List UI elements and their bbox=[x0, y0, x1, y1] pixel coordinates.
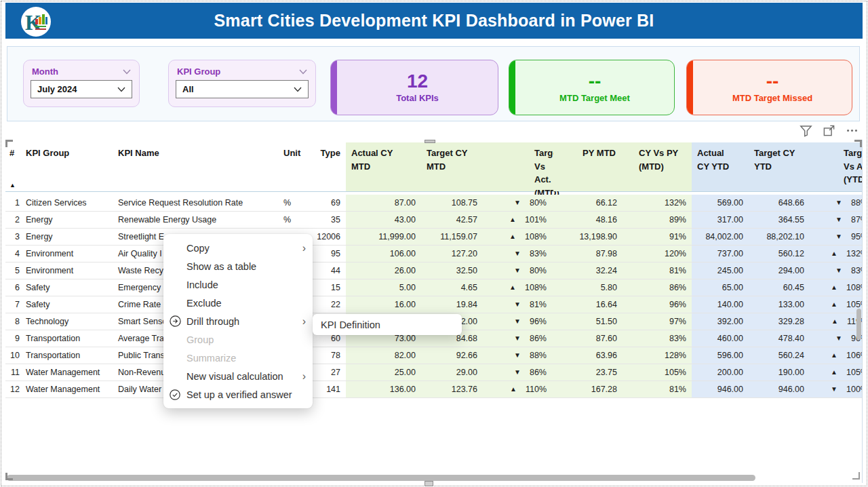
cell-target_mtd: 32.50 bbox=[421, 262, 483, 279]
column-header-6[interactable]: Target CY MTD bbox=[421, 142, 483, 191]
column-header-12[interactable]: Target Vs Act. (YTD) bbox=[810, 142, 863, 191]
variance-value: 83% bbox=[530, 246, 547, 262]
drill-through-flyout-item[interactable]: KPI Definition bbox=[313, 314, 462, 335]
menu-item-show-as-a-table[interactable]: Show as a table bbox=[163, 257, 313, 275]
cell-group: Citizen Services bbox=[22, 195, 113, 211]
variance-cell: ▼80% bbox=[483, 195, 553, 211]
horizontal-scrollbar[interactable] bbox=[7, 475, 755, 481]
cell-actual_ytd: 460.00 bbox=[692, 330, 749, 347]
variance-cell: ▼96% bbox=[483, 313, 553, 330]
table-row[interactable]: 4EnvironmentAir Quality I95106.00127.20▼… bbox=[5, 246, 863, 262]
cell-group: Water Management bbox=[22, 364, 113, 381]
menu-item-new-visual-calculation[interactable]: New visual calculation› bbox=[163, 367, 313, 385]
cell-type: 27 bbox=[309, 364, 346, 381]
variance-cell: ▼100% bbox=[810, 381, 863, 397]
more-options-icon[interactable] bbox=[846, 124, 859, 137]
chevron-down-icon bbox=[117, 84, 125, 94]
cell-target_ytd: 560.24 bbox=[749, 347, 810, 364]
variance-value: 80% bbox=[530, 262, 547, 279]
cell-actual_mtd: 87.00 bbox=[346, 195, 421, 211]
cell-cy_vs_py: 96% bbox=[623, 296, 692, 313]
cell-actual_mtd: 11,999.00 bbox=[346, 229, 421, 245]
mtd-target-meet-card: -- MTD Target Meet bbox=[509, 60, 675, 115]
down-arrow-icon: ▼ bbox=[831, 386, 837, 393]
table-row[interactable]: 11Water ManagementNon-Revenu2725.0029.00… bbox=[5, 364, 863, 381]
table-row[interactable]: 1Citizen ServicesService Request Resolut… bbox=[5, 195, 863, 212]
variance-value: 106% bbox=[846, 347, 863, 364]
cell-actual_ytd: 392.00 bbox=[692, 313, 749, 330]
column-header-11[interactable]: Target CY YTD bbox=[749, 142, 810, 191]
column-header-8[interactable]: PY MTD bbox=[553, 142, 623, 191]
cell-py_mtd: 5.80 bbox=[553, 279, 623, 296]
variance-value: 86% bbox=[530, 364, 547, 381]
mtd-target-missed-label: MTD Target Missed bbox=[732, 93, 812, 103]
variance-value: 110% bbox=[526, 381, 547, 397]
column-header-5[interactable]: Actual CY MTD bbox=[346, 142, 421, 191]
cell-py_mtd: 87.60 bbox=[553, 330, 623, 347]
month-dropdown[interactable]: July 2024 bbox=[31, 80, 132, 98]
column-header-4[interactable]: Type bbox=[309, 142, 346, 191]
table-row[interactable]: 3EnergyStreetlight E1200611,999.0011,159… bbox=[5, 229, 863, 246]
table-row[interactable]: 7SafetyCrime Rate p2216.0019.84▼81%16.64… bbox=[5, 296, 863, 313]
selection-corner-bottom-left bbox=[5, 473, 13, 480]
column-header-7[interactable]: Target Vs Act. (MTD) bbox=[483, 142, 553, 191]
cell-cy_vs_py: 128% bbox=[623, 347, 692, 364]
card-accent-bar bbox=[687, 60, 693, 115]
menu-item-exclude[interactable]: Exclude bbox=[163, 294, 313, 312]
cell-actual_ytd: 200.00 bbox=[692, 364, 749, 381]
table-row[interactable]: 2EnergyRenewable Energy Usage%3543.0042.… bbox=[5, 212, 863, 229]
visual-resize-handle[interactable] bbox=[852, 472, 860, 480]
menu-item-set-up-a-verified-answer[interactable]: Set up a verified answer bbox=[163, 385, 313, 404]
cell-actual_mtd: 136.00 bbox=[346, 381, 421, 397]
menu-item-drill-through[interactable]: Drill through› bbox=[163, 312, 313, 330]
kpi-table-visual: #KPI GroupKPI NameUnitTypeActual CY MTDT… bbox=[5, 140, 863, 483]
total-kpis-value: 12 bbox=[407, 72, 428, 91]
canvas-selection-handle-bottom[interactable] bbox=[425, 481, 433, 486]
focus-mode-icon[interactable] bbox=[823, 124, 835, 137]
table-row[interactable]: 6SafetyEmergency RMinutes155.004.65▲108%… bbox=[5, 279, 863, 296]
table-row[interactable]: 12Water ManagementDaily Water141136.0012… bbox=[5, 381, 863, 398]
kpi-definition-label: KPI Definition bbox=[321, 319, 380, 330]
variance-cell: ▼95% bbox=[810, 229, 863, 245]
down-arrow-icon: ▼ bbox=[514, 199, 521, 206]
column-header-10[interactable]: Actual CY YTD bbox=[692, 142, 749, 191]
chevron-down-icon[interactable] bbox=[299, 66, 307, 77]
variance-cell: ▲105% bbox=[810, 296, 863, 313]
month-slicer-label: Month bbox=[32, 66, 58, 77]
kpi-group-slicer-label: KPI Group bbox=[177, 66, 220, 77]
variance-cell: ▼88% bbox=[483, 347, 553, 364]
menu-item-label: Summarize bbox=[186, 353, 236, 364]
menu-item-include[interactable]: Include bbox=[163, 275, 313, 294]
menu-item-copy[interactable]: Copy› bbox=[163, 239, 313, 257]
variance-cell: ▲106% bbox=[810, 347, 863, 364]
sort-ascending-icon[interactable]: ▲ bbox=[9, 182, 16, 189]
card-accent-bar bbox=[509, 60, 515, 115]
menu-item-label: Set up a verified answer bbox=[186, 389, 292, 400]
cell-actual_ytd: 569.00 bbox=[692, 195, 749, 211]
cell-num: 2 bbox=[5, 212, 22, 228]
table-row[interactable]: 10TransportationPublic Trans7882.0092.66… bbox=[5, 347, 863, 364]
total-kpis-label: Total KPIs bbox=[396, 93, 439, 103]
menu-item-group: Group bbox=[163, 330, 313, 349]
variance-cell: ▲132% bbox=[810, 246, 863, 262]
column-header-3[interactable]: Unit bbox=[279, 142, 309, 191]
mtd-target-missed-card: -- MTD Target Missed bbox=[686, 60, 852, 115]
cell-num: 7 bbox=[5, 296, 22, 313]
chevron-down-icon[interactable] bbox=[123, 66, 131, 77]
cell-actual_ytd: 65.00 bbox=[692, 279, 749, 296]
table-row[interactable]: 5EnvironmentWaste Recyc4426.0032.50▼80%3… bbox=[5, 262, 863, 279]
column-header-1[interactable]: KPI Group bbox=[22, 142, 113, 191]
verified-answer-icon bbox=[169, 388, 182, 401]
variance-cell: ▼88% bbox=[810, 195, 863, 211]
cell-target_ytd: 60.45 bbox=[749, 279, 810, 296]
vertical-scrollbar[interactable] bbox=[856, 309, 861, 340]
filter-icon[interactable] bbox=[800, 124, 812, 137]
cell-target_mtd: 123.76 bbox=[421, 381, 483, 397]
kpi-group-dropdown[interactable]: All bbox=[176, 80, 309, 98]
column-header-2[interactable]: KPI Name bbox=[113, 142, 279, 191]
down-arrow-icon: ▼ bbox=[514, 335, 521, 342]
selection-handle-top[interactable] bbox=[425, 140, 435, 143]
variance-cell: ▼86% bbox=[483, 330, 553, 347]
cell-group: Safety bbox=[22, 296, 113, 313]
column-header-9[interactable]: CY Vs PY (MTD) bbox=[623, 142, 692, 191]
